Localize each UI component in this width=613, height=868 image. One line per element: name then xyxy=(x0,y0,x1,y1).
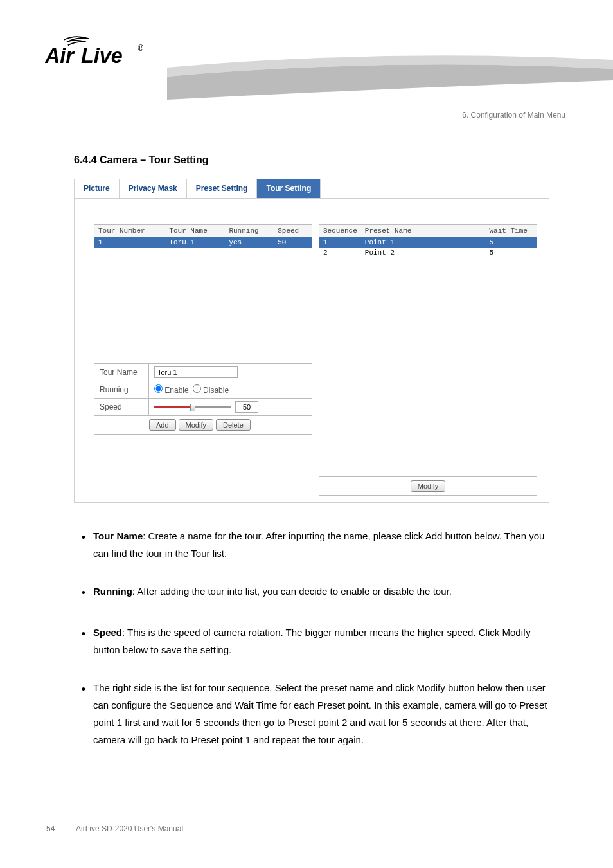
header-swoosh xyxy=(167,55,613,100)
bullet-lead: The right side xyxy=(93,682,152,693)
speed-input[interactable] xyxy=(235,401,258,413)
chapter-label: 6. Configuration of Main Menu xyxy=(462,111,565,120)
bullet-rest: is the list for tour sequence. Select th… xyxy=(93,682,547,745)
running-disable-radio[interactable] xyxy=(193,384,201,393)
running-row: Running Enable Disable xyxy=(94,381,312,399)
bullet-rest: : Create a name for the tour. After inpu… xyxy=(93,530,544,559)
bullet-dot: • xyxy=(74,527,93,562)
tour-name-input[interactable] xyxy=(154,366,238,378)
table-row[interactable]: 1 Toru 1 yes 50 xyxy=(94,237,312,248)
bullet-lead: Tour Name xyxy=(93,530,143,541)
tour-name-row: Tour Name xyxy=(94,364,312,381)
page-number: 54 xyxy=(46,824,55,833)
bullet-item: • The right side is the list for tour se… xyxy=(74,679,549,748)
speed-slider[interactable] xyxy=(154,403,231,411)
speed-label: Speed xyxy=(94,399,149,415)
tour-name-label: Tour Name xyxy=(94,364,149,381)
right-button-row: Modify xyxy=(319,477,537,496)
col-tour-name: Tour Name xyxy=(165,225,225,237)
col-sequence: Sequence xyxy=(319,225,361,237)
svg-text:Live: Live xyxy=(81,44,123,68)
tab-privacy-mask[interactable]: Privacy Mask xyxy=(120,179,187,198)
sequence-table: Sequence Preset Name Wait Time 1 Point 1… xyxy=(319,224,537,477)
modify-right-button[interactable]: Modify xyxy=(411,480,445,492)
running-enable-option[interactable]: Enable xyxy=(154,384,189,395)
running-label: Running xyxy=(94,381,149,398)
manual-title: AirLive SD-2020 User's Manual xyxy=(76,824,183,833)
bullet-dot: • xyxy=(74,583,93,603)
tab-preset-setting[interactable]: Preset Setting xyxy=(187,179,258,198)
bullet-item: • Tour Name: Create a name for the tour.… xyxy=(74,527,549,562)
col-running: Running xyxy=(225,225,274,237)
tab-bar: Picture Privacy Mask Preset Setting Tour… xyxy=(75,179,549,199)
speed-row: Speed xyxy=(94,399,312,416)
tab-tour-setting[interactable]: Tour Setting xyxy=(257,179,321,198)
bullet-lead: Running xyxy=(93,586,132,597)
bullet-dot: • xyxy=(74,624,93,658)
col-tour-number: Tour Number xyxy=(94,225,166,237)
svg-text:Air: Air xyxy=(45,44,75,68)
bullet-rest: : This is the speed of camera rotation. … xyxy=(93,627,531,655)
modify-button[interactable]: Modify xyxy=(179,419,213,431)
bullet-item: • Speed: This is the speed of camera rot… xyxy=(74,624,549,658)
running-disable-option[interactable]: Disable xyxy=(193,384,229,395)
table-row[interactable]: 2 Point 2 5 xyxy=(319,248,537,258)
section-title: 6.4.4 Camera – Tour Setting xyxy=(74,154,209,166)
tab-picture[interactable]: Picture xyxy=(75,179,120,198)
col-wait-time: Wait Time xyxy=(486,225,537,237)
brand-logo: Air Live ® xyxy=(45,35,154,71)
settings-panel: Picture Privacy Mask Preset Setting Tour… xyxy=(74,179,549,503)
running-enable-radio[interactable] xyxy=(154,384,163,393)
bullet-item: • Running: After adding the tour into li… xyxy=(74,583,549,603)
add-button[interactable]: Add xyxy=(149,419,176,431)
col-preset-name: Preset Name xyxy=(361,225,486,237)
tour-table: Tour Number Tour Name Running Speed 1 To… xyxy=(94,224,312,364)
bullet-rest: : After adding the tour into list, you c… xyxy=(132,586,452,597)
page-footer: 54 AirLive SD-2020 User's Manual xyxy=(46,824,183,833)
bullet-dot: • xyxy=(74,679,93,748)
svg-text:®: ® xyxy=(138,44,143,53)
table-row[interactable]: 1 Point 1 5 xyxy=(319,237,537,248)
col-speed: Speed xyxy=(274,225,312,237)
bullet-list: • Tour Name: Create a name for the tour.… xyxy=(74,527,549,769)
left-button-row: Add Modify Delete xyxy=(94,416,312,435)
delete-button[interactable]: Delete xyxy=(216,419,251,431)
bullet-lead: Speed xyxy=(93,627,122,638)
